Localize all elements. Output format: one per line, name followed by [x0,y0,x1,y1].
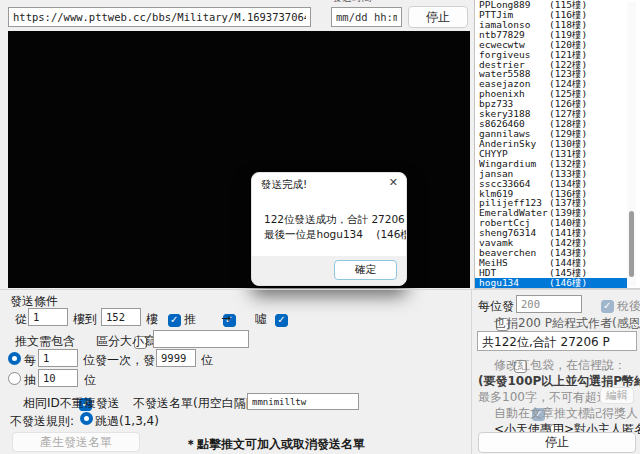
boo-label: 噓 [255,311,267,328]
send-complete-dialog: 發送完成! ✕ 122位發送成功，合計 27206 P 最後一位是hogu134… [251,172,407,286]
recipient-name: sheng76314 [479,228,549,238]
clipped-time-label: 發送時間 [332,0,424,4]
floor-label: 樓 [146,311,158,328]
edit-button[interactable]: 編輯 [600,387,634,404]
recipient-name: gannilaws [479,129,549,139]
close-icon[interactable]: ✕ [389,176,398,189]
list-scrollbar-thumb[interactable] [629,211,634,277]
recipient-name: iamalonso [479,20,549,30]
arrow-label: → [221,311,231,325]
payment-panel: 每位發 稅後 也捐200 P給程式作者(感恩) 共122位,合計 27206 P… [471,289,640,454]
recipient-name: hogu134 [479,278,549,288]
recipient-name: pilijeff123 [479,198,549,208]
after-tax-checkbox[interactable] [601,300,614,313]
to-label: 樓到 [73,311,97,328]
dialog-title: 發送完成! [261,178,307,192]
recipient-name: jansan [479,169,549,179]
recipient-name: forgiveus [479,50,549,60]
send-conditions-panel: 發送條件 從 樓到 樓 推 → 噓 推文需包含 區分大小寫 每 位發一次，發 位… [0,289,471,454]
donate-label: 也捐200 P給程式作者(感恩) [494,315,640,332]
exclude-list-label: 不發送名單(用空白隔開) [133,395,262,412]
recipient-name: water5588 [479,69,549,79]
stop-button-bottom[interactable]: 停止 [478,432,636,453]
recipient-name: klm619 [479,189,549,199]
every-n-input[interactable] [38,349,78,367]
contains-label: 推文需包含 [15,333,75,350]
amount-input[interactable] [516,295,582,313]
dialog-message-line1: 122位發送成功，合計 27206 P [264,213,407,227]
ok-button[interactable]: 確定 [334,260,397,280]
recipient-name: vavamk [479,238,549,248]
after-tax-label: 稅後 [617,298,640,315]
schedule-time-input[interactable] [331,7,402,27]
every-label: 每 [24,352,36,369]
from-floor-input[interactable] [28,308,68,326]
recipient-name: ntb77829 [479,30,549,40]
recipient-list[interactable]: PPLong889 (115樓) PTTJim (116樓) iamalonso… [474,0,640,289]
modify-envelope-label: 修改紅包袋，在信裡說： [494,357,626,374]
list-item[interactable]: hogu134 (146樓) [475,278,627,288]
recipient-name: CHYYP [479,149,549,159]
every-radio[interactable] [8,352,21,365]
recipient-name: beaverchen [479,248,549,258]
mark-winners-label: 自動在文章推文標記得獎人 [494,405,638,422]
recipient-name: Wingardium [479,159,549,169]
rule-label: 不發送規則: [10,413,74,430]
click-hint: ＊點擊推文可加入或取消發送名單 [185,436,365,453]
recipient-name: bpz733 [479,99,549,109]
recipient-name: sscc33664 [479,179,549,189]
exclude-list-input[interactable] [247,393,359,410]
every-suffix-label: 位 [201,352,213,369]
boo-checkbox[interactable] [275,314,288,327]
push-label: 推 [184,311,196,328]
skip-rule-radio[interactable] [80,412,93,425]
draw-suffix-label: 位 [84,372,96,389]
draw-label: 抽 [24,372,36,389]
recipient-name: PPLong889 [479,0,549,10]
draw-count-input[interactable] [38,369,78,387]
send-count-input[interactable] [156,349,196,367]
recipient-name: PTTJim [479,10,549,20]
recipient-name: HDT [479,268,549,278]
to-floor-input[interactable] [101,308,141,326]
recipient-name: s8626460 [479,119,549,129]
recipient-name: robertCcj [479,218,549,228]
recipient-floor: (146樓) [549,278,587,288]
recipient-name: skery3188 [479,109,549,119]
from-label: 從 [15,311,27,328]
stop-button-top[interactable]: 停止 [408,6,468,28]
every-mid-label: 位發一次，發 [83,352,155,369]
recipient-name: EmeraldWater [479,208,549,218]
total-summary-box: 共122位,合計 27206 P [477,331,637,351]
contains-input[interactable] [153,330,249,348]
url-input[interactable] [8,7,311,27]
total-summary-text: 共122位,合計 27206 P [478,332,636,351]
recipient-name: MeiHS [479,258,549,268]
recipient-name: AnderinSky [479,139,549,149]
recipient-name: destrier [479,60,549,70]
recipient-name: phoenixh [479,89,549,99]
app-window: 發送時間 停止 PPLong889 (115樓) PTTJim (116樓) i… [0,0,640,454]
draw-radio[interactable] [8,372,21,385]
skip-rule-label: 跳過(1,3,4) [95,413,159,430]
push-checkbox[interactable] [168,314,181,327]
dialog-message-line2: 最後一位是hogu134 (146樓) [264,228,407,242]
case-sensitive-label: 區分大小寫 [96,333,156,350]
per-person-label: 每位發 [478,298,514,315]
recipient-name: ecwecwtw [479,40,549,50]
recipient-name: easejazon [479,79,549,89]
same-id-label: 相同ID不重複發送 [23,395,120,412]
generate-list-button[interactable]: 產生發送名單 [12,432,140,452]
